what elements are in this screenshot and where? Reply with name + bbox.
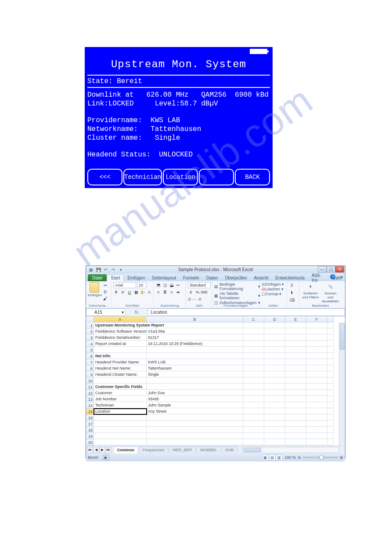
cell[interactable] [264, 390, 285, 396]
cell[interactable] [243, 403, 264, 408]
cell[interactable] [243, 366, 264, 371]
cell[interactable] [327, 421, 334, 427]
fill-icon[interactable]: ⬇ [289, 290, 295, 296]
tab-review[interactable]: Überprüfen [221, 274, 250, 281]
cell[interactable] [327, 341, 334, 347]
number-format-select[interactable]: Standard [188, 282, 211, 288]
back-button[interactable]: BACK [235, 169, 270, 185]
title-bar[interactable]: ▦ 💾 ↶ ↷ ▾ Sample Protocol.xlsx - Microso… [86, 266, 345, 273]
align-center-icon[interactable]: ≣ [162, 289, 168, 295]
cell[interactable] [327, 378, 334, 384]
row-header[interactable]: 1 [86, 323, 94, 329]
font-size-select[interactable]: 10 [137, 282, 147, 288]
cell[interactable]: Any Street [147, 409, 243, 414]
cut-icon[interactable]: ✂ [102, 282, 108, 288]
sheet-common[interactable]: Common [113, 446, 138, 453]
cell[interactable]: Fielddevice Software Version: [94, 329, 147, 334]
cell[interactable] [327, 439, 334, 445]
cell[interactable] [327, 396, 334, 402]
cell[interactable] [243, 329, 264, 334]
cell[interactable] [306, 439, 327, 445]
cell[interactable] [327, 415, 334, 421]
cell[interactable] [264, 415, 285, 421]
cell[interactable] [306, 409, 327, 414]
row-header[interactable]: 12 [86, 390, 94, 396]
cell[interactable] [327, 390, 334, 396]
cell[interactable] [147, 415, 243, 421]
clear-icon[interactable]: ⌫ [289, 297, 295, 303]
cell[interactable]: Headend Cluster Name: [94, 372, 147, 377]
wrap-text-icon[interactable]: ↩ [175, 282, 181, 288]
cell[interactable]: KWS LAB [147, 359, 243, 365]
view-pagebreak-button[interactable]: ▥ [276, 454, 283, 461]
cell[interactable]: Report created at: [94, 341, 147, 347]
cell[interactable] [264, 409, 285, 414]
cell[interactable]: Headend Provider Name: [94, 359, 147, 365]
cell[interactable] [264, 329, 285, 334]
cell[interactable] [147, 433, 243, 439]
cell[interactable] [306, 415, 327, 421]
cell[interactable] [264, 372, 285, 377]
cell[interactable] [243, 433, 264, 439]
cell[interactable]: Single [147, 372, 243, 377]
cell[interactable] [147, 378, 243, 384]
cell[interactable] [243, 409, 264, 414]
cell[interactable] [147, 439, 243, 445]
cell[interactable] [306, 433, 327, 439]
cell[interactable] [285, 384, 306, 390]
file-tab[interactable]: Datei [88, 274, 107, 281]
cell[interactable] [285, 415, 306, 421]
view-normal-button[interactable]: ▦ [262, 454, 269, 461]
format-painter-icon[interactable]: 🖌 [102, 295, 108, 301]
cell[interactable] [306, 359, 327, 365]
autosum-icon[interactable]: Σ [289, 282, 295, 288]
sheet-nav-next[interactable]: ▶ [99, 447, 105, 453]
cell[interactable] [243, 390, 264, 396]
sheet-frequencies[interactable]: Frequencies [139, 446, 169, 453]
cell[interactable] [285, 439, 306, 445]
macro-record-icon[interactable]: ▶ [103, 455, 109, 460]
cell[interactable]: Fielddevice Serialnumber: [94, 335, 147, 341]
col-header-c[interactable]: C [243, 316, 264, 323]
cell[interactable] [285, 409, 306, 414]
formula-input[interactable]: Location [147, 308, 345, 316]
cell[interactable] [306, 335, 327, 341]
tab-insert[interactable]: Einfügen [124, 274, 148, 281]
cell[interactable] [285, 329, 306, 334]
cell[interactable] [306, 427, 327, 433]
row-header[interactable]: 8 [86, 366, 94, 372]
cell[interactable] [306, 323, 327, 328]
name-box[interactable]: A15▾ [86, 308, 126, 316]
align-bottom-icon[interactable]: ⬓ [169, 282, 175, 288]
zoom-slider[interactable] [303, 457, 338, 458]
cell[interactable] [243, 415, 264, 421]
cell[interactable] [94, 427, 147, 433]
sheet-dvb[interactable]: DVB [222, 446, 238, 453]
sheet-wobbel[interactable]: WOBBEL [196, 446, 221, 453]
cell[interactable] [94, 433, 147, 439]
cell[interactable] [243, 384, 264, 390]
cell[interactable] [147, 384, 243, 390]
cell[interactable] [306, 347, 327, 353]
paste-button[interactable]: Einfügen [88, 282, 101, 297]
decrease-decimal-icon[interactable]: ←.0 [194, 296, 201, 302]
cell[interactable] [243, 347, 264, 353]
cell[interactable] [306, 421, 327, 427]
cell[interactable] [147, 427, 243, 433]
row-header[interactable]: 15 [86, 409, 94, 415]
cell[interactable] [285, 421, 306, 427]
zoom-in-button[interactable]: ⊕ [340, 455, 343, 460]
cell[interactable] [306, 353, 327, 359]
cell[interactable] [327, 427, 334, 433]
cell[interactable] [264, 427, 285, 433]
spreadsheet-grid[interactable]: ABCDEF1Upstream Monitoring System Report… [86, 316, 345, 446]
cell[interactable] [243, 421, 264, 427]
cell[interactable] [285, 366, 306, 371]
row-header[interactable]: 3 [86, 335, 94, 341]
cell[interactable] [264, 384, 285, 390]
cell[interactable]: Location [94, 409, 147, 414]
sheet-nav-last[interactable]: ⏭ [105, 447, 111, 453]
cell[interactable] [243, 353, 264, 359]
cell[interactable] [306, 390, 327, 396]
cell[interactable] [306, 341, 327, 347]
